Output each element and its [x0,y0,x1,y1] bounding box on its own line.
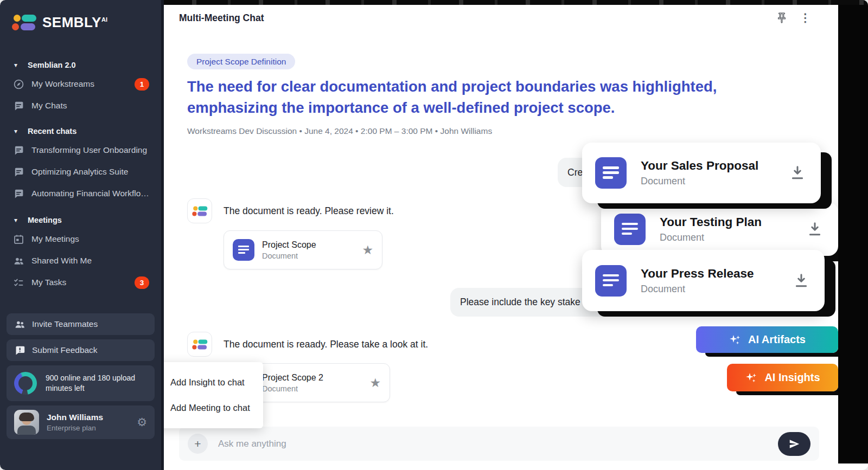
topic-tag[interactable]: Project Scope Definition [187,54,295,69]
submit-feedback-button[interactable]: Submit Feedback [7,339,155,361]
document-icon [595,157,627,189]
chevron-down-icon: ▾ [14,127,21,135]
sidebar-item-label: Automating Financial Workflo… [31,189,149,198]
workstreams-badge: 1 [135,78,149,91]
sidebar-item-my-workstreams[interactable]: My Workstreams 1 [13,75,161,93]
bot-message-2: The document is reaady. Please take a lo… [187,332,428,357]
sidebar-item-recent-chat-2[interactable]: Optimizing Analytics Suite [13,163,161,181]
artifact-type: Document [641,176,758,187]
sidebar-item-label: Optimizing Analytics Suite [31,167,128,177]
gear-icon[interactable]: ⚙ [137,416,147,429]
ai-artifacts-label: AI Artifacts [748,333,806,346]
artifact-title: Your Press Release [641,267,754,281]
people-icon [13,255,24,267]
sidebar-item-shared-with-me[interactable]: Shared With Me [13,252,161,270]
composer-bar: + [179,427,819,461]
minutes-progress-ring [14,372,37,395]
group-header-semblian[interactable]: ▾ Semblian 2.0 [14,59,161,72]
ask-input[interactable] [218,439,778,449]
document-type: Document [262,252,316,260]
thread-headline: The need for clear documentation and pro… [187,76,795,118]
sidebar-item-label: Shared With Me [31,256,92,266]
artifact-card-sales-proposal[interactable]: Your Sales Proposal Document [582,143,821,203]
send-button[interactable] [778,432,810,456]
brand-logo: SEMBLYAI [12,11,161,34]
feedback-icon [14,345,25,356]
feedback-label: Submit Feedback [32,345,98,355]
invite-teammates-button[interactable]: Invite Teammates [7,313,155,335]
chat-icon [13,188,24,199]
user-profile-card[interactable]: John Williams Enterprise plan ⚙ [7,405,155,439]
sidebar: SEMBLYAI ▾ Semblian 2.0 My Workstreams 1… [0,0,164,470]
chevron-down-icon: ▾ [14,61,21,69]
artifact-type: Document [641,284,754,295]
pin-icon[interactable] [776,12,788,24]
star-icon[interactable]: ★ [362,243,373,257]
chevron-down-icon: ▾ [14,216,21,224]
attach-plus-button[interactable]: + [188,434,208,454]
page-title: Multi-Meeting Chat [179,12,264,24]
group-header-meetings[interactable]: ▾ Meetings [14,214,161,227]
group-label: Semblian 2.0 [28,61,76,69]
artifact-title: Your Testing Plan [660,215,762,229]
group-label: Meetings [28,216,62,224]
user-avatar [14,410,39,435]
sidebar-item-recent-chat-1[interactable]: Transforming User Onboarding [13,141,161,159]
document-card-project-scope[interactable]: Project Scope Document ★ [224,230,382,269]
ai-artifacts-button[interactable]: AI Artifacts [696,326,838,353]
sidebar-item-label: My Workstreams [31,79,94,89]
sidebar-item-my-meetings[interactable]: My Meetings [13,230,161,248]
user-message-text: Please include the key stake [460,297,580,308]
sparkle-icon [729,333,742,346]
chat-icon [13,145,24,156]
star-icon[interactable]: ★ [369,376,381,390]
calendar-icon [13,234,24,245]
more-menu-icon[interactable]: ⋮ [800,12,811,24]
people-icon [14,319,25,330]
tasks-icon [13,277,24,288]
sembly-logo-icon [192,205,207,216]
artifact-type: Document [660,232,762,243]
group-label: Recent chats [28,127,76,136]
app-window: SEMBLYAI ▾ Semblian 2.0 My Workstreams 1… [0,0,868,470]
minutes-label: 900 online and 180 upload minutes left [46,373,147,394]
ai-insights-button[interactable]: AI Insights [727,364,838,391]
mockup-top-edge [164,0,868,5]
chat-icon [13,100,24,112]
document-title: Project Scope [262,240,316,250]
chat-icon [13,166,24,178]
document-icon [595,265,627,297]
mockup-right-edge [838,0,868,463]
artifact-card-press-release[interactable]: Your Press Release Document [582,250,825,311]
sidebar-item-my-tasks[interactable]: My Tasks 3 [13,273,161,292]
document-title: Project Scope 2 [262,373,323,383]
menu-item-label: Add Insight to chat [170,377,245,388]
compass-icon [13,79,24,90]
download-icon[interactable] [793,273,809,289]
document-type: Document [262,384,323,393]
sidebar-item-my-chats[interactable]: My Chats [13,96,161,115]
document-icon [614,214,646,245]
document-icon [233,239,254,261]
menu-item-label: Add Meeting to chat [170,403,250,413]
bot-avatar [187,198,212,223]
artifact-title: Your Sales Proposal [641,159,758,173]
download-icon[interactable] [807,221,823,237]
sidebar-item-label: Transforming User Onboarding [31,145,147,155]
user-plan: Enterprise plan [47,424,103,432]
invite-label: Invite Teammates [32,319,98,329]
download-icon[interactable] [789,165,806,181]
group-header-recent-chats[interactable]: ▾ Recent chats [14,125,161,138]
sidebar-item-label: My Tasks [31,278,66,287]
sidebar-item-recent-chat-3[interactable]: Automating Financial Workflo… [13,184,161,203]
bot-message-1: The document is ready. Please review it. [187,198,394,223]
sembly-logo-icon [192,339,207,349]
artifact-card-testing-plan[interactable]: Your Testing Plan Document [601,202,838,256]
sidebar-item-label: My Meetings [31,234,79,244]
sembly-logo-icon [12,14,36,31]
minutes-left-card: 900 online and 180 upload minutes left [7,365,155,401]
user-name: John Williams [47,413,103,422]
thread-meta: Workstreams Dev Discussion • June 4, 202… [187,126,492,136]
ai-insights-label: AI Insights [764,371,820,384]
send-icon [788,438,800,450]
